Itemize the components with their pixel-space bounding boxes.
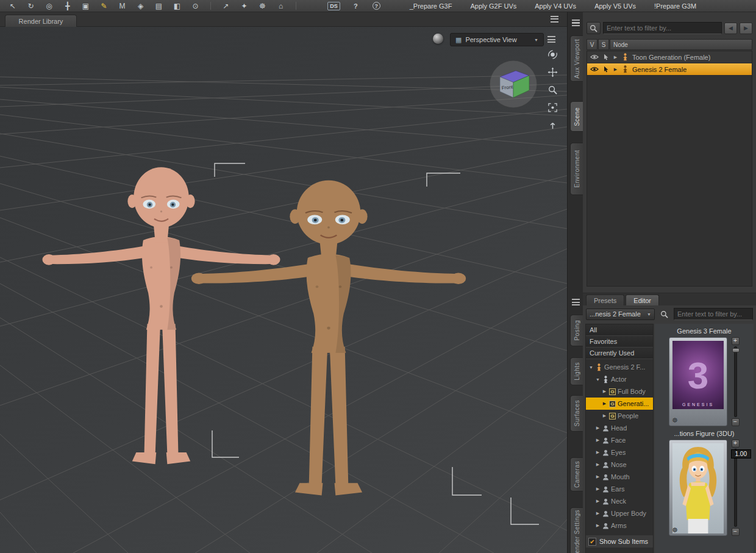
measure-tool-icon[interactable]: M xyxy=(117,1,127,11)
slider-track[interactable] xyxy=(734,346,737,417)
tree-item-actor[interactable]: ▼Actor xyxy=(586,373,653,385)
slider-increase-button[interactable]: + xyxy=(732,337,740,345)
product-thumbnail[interactable]: 3GENESIS☸ xyxy=(669,337,727,426)
side-tab-scene[interactable]: Scene xyxy=(570,101,583,132)
whats-this-cursor-icon[interactable]: ? xyxy=(354,2,358,10)
twist-orbit-tool-icon[interactable]: ◎ xyxy=(44,1,54,11)
translate-tool-icon[interactable]: ╋ xyxy=(62,1,73,11)
tree-item-mouth[interactable]: ▶Mouth xyxy=(586,471,653,483)
surface-selection-tool-icon[interactable]: ◧ xyxy=(172,1,182,11)
reset-view-icon[interactable] xyxy=(547,120,558,130)
view-selector-dropdown[interactable]: ▦ Perspective View ▼ xyxy=(450,33,544,46)
node-selection-tool-icon[interactable]: ↖ xyxy=(7,1,18,11)
tree-item-head[interactable]: ▶Head xyxy=(586,422,653,434)
geometry-editor-tool-icon[interactable]: ◈ xyxy=(135,1,146,11)
expander-icon[interactable]: ▶ xyxy=(602,401,607,406)
side-tab-environment[interactable]: Environment xyxy=(570,143,583,195)
viewport-pane-menu-icon[interactable] xyxy=(547,36,555,43)
search-icon[interactable] xyxy=(657,308,671,320)
expander-icon[interactable]: ▶ xyxy=(595,450,601,455)
selectability-cursor-icon[interactable] xyxy=(601,66,610,73)
tree-item-full-body[interactable]: ▶GFull Body xyxy=(586,385,653,398)
search-icon[interactable] xyxy=(587,22,601,34)
tree-item-arms[interactable]: ▶Arms xyxy=(586,519,653,532)
utility-gear-tool-icon[interactable]: ☸ xyxy=(257,1,268,11)
content-tab-editor[interactable]: Editor xyxy=(626,294,659,305)
frame-view-icon[interactable] xyxy=(547,102,558,113)
side-tab-surfaces[interactable]: Surfaces xyxy=(570,395,583,432)
expander-icon[interactable]: ▶ xyxy=(595,474,601,479)
spot-render-tool-icon[interactable]: ⊙ xyxy=(190,1,201,11)
toolbar-button-prepare-g3f[interactable]: _Prepare G3F xyxy=(410,2,452,10)
camera-view-tool-icon[interactable]: ⌂ xyxy=(276,1,286,11)
tree-item-upper-body[interactable]: ▶Upper Body xyxy=(586,507,653,519)
expander-icon[interactable]: ▶ xyxy=(595,438,601,443)
expander-icon[interactable]: ▶ xyxy=(595,499,601,504)
column-header-visibility[interactable]: V xyxy=(587,39,597,50)
render-library-tab[interactable]: Render Library xyxy=(5,15,77,27)
side-tab-lights[interactable]: Lights xyxy=(570,357,583,385)
pane-menu-icon[interactable] xyxy=(551,16,558,23)
filter-prev-button[interactable]: ◀ xyxy=(724,23,737,34)
viewport-3d[interactable]: ▦ Perspective View ▼ Front xyxy=(0,27,567,553)
scene-node-row-toon-generation-female[interactable]: ▶Toon Generation (Female) xyxy=(587,51,752,63)
scale-tool-icon[interactable]: ▣ xyxy=(80,1,91,11)
pointer-tool-icon[interactable]: ↗ xyxy=(221,1,231,11)
pane-menu-icon[interactable] xyxy=(572,299,580,305)
toolbar-button-prepare-g3m[interactable]: !Prepare G3M xyxy=(654,2,696,10)
selectability-cursor-icon[interactable] xyxy=(601,54,610,60)
slider-track[interactable] xyxy=(734,449,737,527)
gear-icon[interactable]: ☸ xyxy=(672,416,678,424)
show-sub-items-checkbox[interactable]: ✔ xyxy=(588,538,596,546)
tree-item-genesis-2-f[interactable]: ▼Genesis 2 F... xyxy=(586,361,653,373)
expander-icon[interactable]: ▶ xyxy=(595,523,601,528)
view-sphere-icon[interactable] xyxy=(433,34,443,44)
tree-item-nose[interactable]: ▶Nose xyxy=(586,458,653,471)
help-circle-icon[interactable]: ? xyxy=(373,2,380,10)
active-pose-tool-icon[interactable]: ✎ xyxy=(99,1,109,11)
tree-item-ears[interactable]: ▶Ears xyxy=(586,483,653,495)
orientation-cube[interactable]: Front xyxy=(488,59,539,110)
expander-icon[interactable]: ▼ xyxy=(588,365,594,369)
side-tab-render-settings[interactable]: Render Settings xyxy=(570,507,583,553)
scene-node-row-genesis-2-female[interactable]: ▶Genesis 2 Female xyxy=(587,63,752,76)
pane-menu-icon[interactable] xyxy=(572,20,580,26)
toolbar-button-apply-v5-uvs[interactable]: Apply V5 UVs xyxy=(594,2,636,10)
slider-value[interactable]: 1.00 xyxy=(731,449,751,458)
slider-decrease-button[interactable]: − xyxy=(732,418,740,426)
expander-icon[interactable]: ▶ xyxy=(613,67,618,72)
figure-setup-tool-icon[interactable]: ▤ xyxy=(154,1,164,11)
tree-item-generati[interactable]: ▶GGenerati... xyxy=(586,398,653,410)
slider-handle[interactable] xyxy=(732,348,740,352)
scene-filter-input[interactable] xyxy=(603,22,722,34)
expander-icon[interactable]: ▼ xyxy=(595,377,601,382)
content-filter-input[interactable] xyxy=(674,308,753,320)
zoom-view-icon[interactable] xyxy=(547,84,558,95)
side-tab-aux-viewport[interactable]: Aux Viewport xyxy=(570,35,583,82)
visibility-eye-icon[interactable] xyxy=(590,66,599,73)
tree-item-neck[interactable]: ▶Neck xyxy=(586,495,653,507)
expander-icon[interactable]: ▶ xyxy=(602,413,607,418)
pan-view-icon[interactable] xyxy=(547,66,558,77)
visibility-eye-icon[interactable] xyxy=(590,54,599,60)
content-tab-presets[interactable]: Presets xyxy=(586,294,624,305)
expander-icon[interactable]: ▶ xyxy=(595,426,601,430)
product-thumbnail[interactable]: ☸ xyxy=(669,440,727,536)
tree-item-face[interactable]: ▶Face xyxy=(586,434,653,446)
filter-next-button[interactable]: ▶ xyxy=(740,23,752,34)
tree-item-people[interactable]: ▶GPeople xyxy=(586,410,653,422)
category-currently-used[interactable]: Currently Used xyxy=(586,348,653,359)
gear-icon[interactable]: ☸ xyxy=(672,526,678,534)
side-tab-cameras[interactable]: Cameras xyxy=(570,457,583,491)
slider-increase-button[interactable]: + xyxy=(732,440,740,448)
toolbar-button-apply-g2f-uvs[interactable]: Apply G2F UVs xyxy=(470,2,516,10)
paint-brush-tool-icon[interactable]: ✦ xyxy=(239,1,249,11)
slider-decrease-button[interactable]: − xyxy=(732,528,740,536)
tree-item-eyes[interactable]: ▶Eyes xyxy=(586,446,653,458)
toolbar-button-apply-v4-uvs[interactable]: Apply V4 UVs xyxy=(535,2,576,10)
column-header-selectability[interactable]: S xyxy=(598,39,609,50)
side-tab-posing[interactable]: Posing xyxy=(570,315,583,346)
expander-icon[interactable]: ▶ xyxy=(613,55,618,60)
expander-icon[interactable]: ▶ xyxy=(595,462,601,467)
category-favorites[interactable]: Favorites xyxy=(586,336,653,348)
